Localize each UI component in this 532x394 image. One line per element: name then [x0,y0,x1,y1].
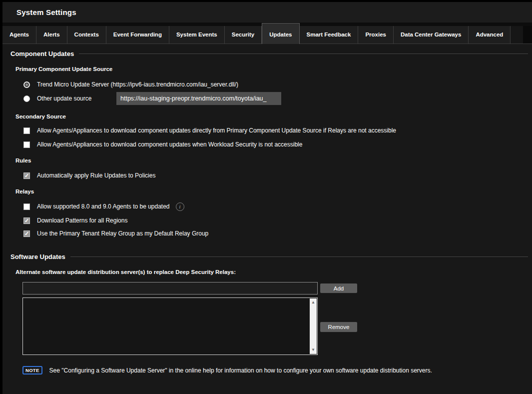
section-rule [79,54,528,54]
checkmark-icon: ✓ [24,230,29,236]
radio-trend-micro-server[interactable] [23,82,30,88]
server-list-row: ▲ ▼ Remove [22,298,530,355]
tab-data-center-gateways[interactable]: Data Center Gateways [394,26,469,44]
note-row: NOTE See "Configuring a Software Update … [22,366,530,374]
checkbox-label: Allow Agents/Appliances to download comp… [37,127,396,134]
checkbox-row-when-workload-security-unreachable: Allow Agents/Appliances to download comp… [23,140,530,148]
alternate-servers-label: Alternate software update distribution s… [15,269,530,275]
checkbox-use-primary-tenant-relay-group[interactable]: ✓ [23,230,30,237]
tab-bar: Agents Alerts Contexts Event Forwarding … [2,26,532,44]
tab-contexts[interactable]: Contexts [67,26,106,44]
tab-event-forwarding[interactable]: Event Forwarding [106,26,169,44]
radio-row-trend-micro-server: Trend Micro Update Server (https://ipv6-… [23,80,530,89]
alternate-servers-listbox[interactable]: ▲ ▼ [22,298,318,355]
system-settings-window: System Settings Agents Alerts Contexts E… [2,2,532,394]
other-update-source-input[interactable] [116,92,281,105]
checkbox-allow-legacy-agents-updated[interactable] [23,204,30,210]
checkbox-label: Allow supported 8.0 and 9.0 Agents to be… [37,203,170,210]
checkmark-icon: ✓ [24,172,29,178]
tab-bar-filler [511,26,523,44]
tab-agents[interactable]: Agents [2,26,36,44]
checkbox-row-primary-tenant-relay-group: ✓ Use the Primary Tenant Relay Group as … [23,230,530,238]
checkbox-download-when-workload-security-not-accessible[interactable] [23,142,30,148]
checkbox-label: Automatically apply Rule Updates to Poli… [37,172,155,179]
tab-proxies[interactable]: Proxies [358,26,394,44]
scroll-up-icon[interactable]: ▲ [310,298,317,306]
rules-heading: Rules [15,158,530,164]
checkbox-row-allow-legacy-agents: Allow supported 8.0 and 9.0 Agents to be… [23,202,530,211]
checkbox-row-download-patterns-all-regions: ✓ Download Patterns for all Regions [23,216,530,224]
checkbox-label: Allow Agents/Appliances to download comp… [37,141,302,148]
radio-other-update-source-label: Other update source [37,95,107,102]
updates-tab-content: Component Updates Primary Component Upda… [2,44,532,374]
component-updates-heading: Component Updates [10,50,74,58]
primary-source-heading: Primary Component Update Source [15,66,530,72]
checkbox-row-primary-if-relays-unreachable: Allow Agents/Appliances to download comp… [23,126,530,134]
checkmark-icon: ✓ [24,218,29,224]
radio-row-other-update-source: Other update source [23,92,530,105]
note-text: See "Configuring a Software Update Serve… [49,367,432,374]
software-updates-section-header: Software Updates [10,253,530,260]
tab-alerts[interactable]: Alerts [36,26,67,44]
tab-security[interactable]: Security [225,26,262,44]
tab-advanced[interactable]: Advanced [469,26,511,44]
section-rule [70,256,528,257]
checkbox-download-patterns-all-regions[interactable]: ✓ [23,218,30,224]
note-badge: NOTE [22,366,42,374]
alternate-server-input[interactable] [22,282,318,294]
tab-bar-end-block [523,26,532,44]
scroll-down-icon[interactable]: ▼ [310,346,317,354]
checkbox-auto-apply-rule-updates[interactable]: ✓ [23,172,30,179]
software-updates-heading: Software Updates [10,253,65,260]
component-updates-section-header: Component Updates [10,50,530,58]
remove-button[interactable]: Remove [320,322,357,332]
titlebar: System Settings [2,2,532,22]
tab-system-events[interactable]: System Events [169,26,225,44]
page-title: System Settings [2,8,76,16]
tab-updates[interactable]: Updates [262,23,299,44]
radio-other-update-source[interactable] [23,96,30,102]
checkbox-download-from-primary-if-relays-not-accessible[interactable] [23,128,30,134]
radio-trend-micro-server-label: Trend Micro Update Server (https://ipv6-… [37,81,238,88]
add-button[interactable]: Add [320,284,357,293]
secondary-source-heading: Secondary Source [15,114,530,120]
add-server-row: Add [22,282,530,294]
checkbox-label: Use the Primary Tenant Relay Group as my… [37,230,208,237]
checkbox-row-auto-apply-rule-updates: ✓ Automatically apply Rule Updates to Po… [23,172,530,180]
listbox-scrollbar[interactable]: ▲ ▼ [310,298,317,354]
relays-heading: Relays [15,188,530,194]
checkbox-label: Download Patterns for all Regions [37,217,127,224]
info-icon[interactable]: i [176,202,184,211]
tab-smart-feedback[interactable]: Smart Feedback [300,26,359,44]
